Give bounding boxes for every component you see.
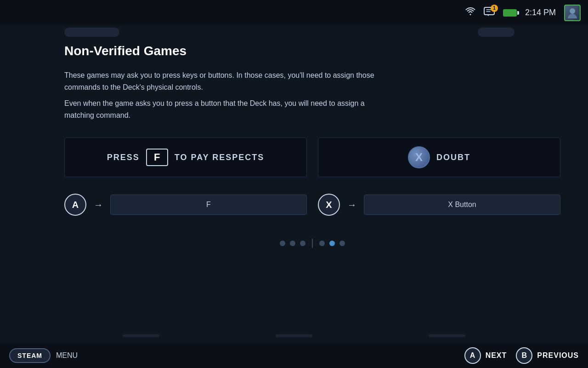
bg-bottom-bar-3	[429, 334, 465, 337]
previous-button-circle: B	[516, 347, 532, 364]
menu-label: MENU	[56, 351, 78, 360]
f-mapping-target[interactable]: F	[110, 195, 307, 215]
next-action[interactable]: A NEXT	[464, 347, 507, 364]
arrow-2: →	[347, 200, 356, 210]
steam-button[interactable]: STEAM	[9, 348, 51, 363]
bg-bottom-bar-2	[276, 334, 312, 337]
svg-point-1	[570, 8, 575, 14]
topbar: 1 2:14 PM	[0, 0, 588, 25]
notification-icon: 1	[484, 7, 495, 19]
bottom-right-actions: A NEXT B PREVIOUS	[464, 347, 579, 364]
xbutton-mapping-target[interactable]: X Button	[364, 195, 560, 215]
bg-bottom-bar-1	[123, 334, 159, 337]
mapping-rows: A → F X → X Button	[64, 194, 560, 216]
notification-count: 1	[491, 5, 498, 12]
dot-5-active	[329, 241, 335, 246]
dot-6	[339, 241, 345, 246]
description-1: These games may ask you to press keys or…	[64, 69, 386, 93]
x-icon-label: X	[415, 151, 423, 164]
dot-2	[290, 241, 295, 246]
dot-1	[280, 241, 285, 246]
bg-bottom-decoration	[0, 329, 588, 343]
prompt-cards: PRESS F TO PAY RESPECTS X DOUBT	[64, 138, 560, 177]
doubt-text: DOUBT	[436, 153, 470, 162]
f-target-label: F	[206, 201, 211, 209]
dot-divider	[312, 239, 313, 248]
arrow-1: →	[94, 200, 103, 210]
prompt-card-x: X DOUBT	[318, 138, 560, 177]
description-2: Even when the game asks you to press a b…	[64, 98, 386, 121]
press-label: PRESS	[107, 153, 140, 162]
f-key: F	[146, 149, 168, 166]
clock: 2:14 PM	[525, 8, 556, 17]
previous-label: PREVIOUS	[537, 351, 579, 360]
dot-4	[319, 241, 325, 246]
pagination	[64, 239, 560, 248]
dot-3	[300, 241, 305, 246]
next-label: NEXT	[486, 351, 507, 360]
avatar[interactable]	[564, 5, 581, 21]
page-title: Non-Verified Games	[64, 44, 560, 58]
pay-respects-text: TO PAY RESPECTS	[175, 153, 264, 162]
battery-icon	[503, 9, 517, 17]
next-button-circle: A	[464, 347, 481, 364]
bottombar: STEAM MENU A NEXT B PREVIOUS	[0, 343, 588, 368]
wifi-icon	[465, 7, 475, 18]
prompt-card-f: PRESS F TO PAY RESPECTS	[64, 138, 307, 177]
x-button-icon: X	[408, 146, 430, 168]
xbutton-target-label: X Button	[448, 201, 476, 209]
previous-action[interactable]: B PREVIOUS	[516, 347, 579, 364]
a-controller-button: A	[64, 194, 86, 216]
mapping-row-x: X → X Button	[318, 194, 560, 216]
main-content: Non-Verified Games These games may ask y…	[0, 25, 588, 343]
mapping-row-a: A → F	[64, 194, 307, 216]
x-controller-button: X	[318, 194, 340, 216]
